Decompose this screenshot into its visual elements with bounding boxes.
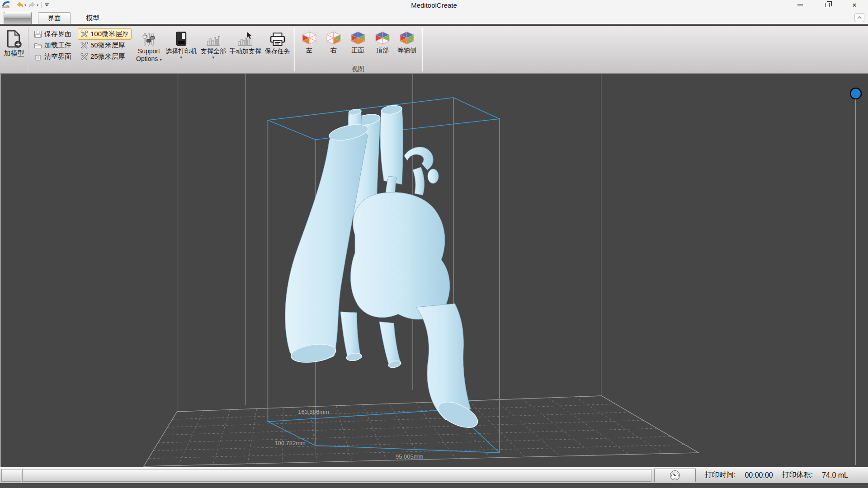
window-title: MeditoolCreate: [411, 1, 457, 9]
tools-icon: [80, 53, 88, 61]
view-right-button[interactable]: 右: [321, 27, 346, 65]
undo-dropdown-caret: ▾: [24, 3, 26, 7]
save-task-button[interactable]: 保存任务: [263, 27, 292, 73]
branch-hook: [404, 147, 433, 170]
load-part-button[interactable]: 加载工件: [31, 40, 74, 51]
minimize-icon: [797, 5, 803, 5]
close-button[interactable]: ✕: [847, 0, 862, 9]
status-readouts: 打印时间: 00:00:00 打印体积: 74.0 mL: [705, 470, 848, 480]
view-left-button[interactable]: 左: [297, 27, 321, 65]
3d-scene[interactable]: 163.386mm 100.782mm 95.005mm: [1, 74, 868, 467]
group-divider: [28, 28, 28, 71]
printer-icon: [269, 28, 286, 47]
dimension-depth-label: 100.782mm: [274, 440, 306, 446]
view-top-button[interactable]: 顶部: [370, 27, 395, 65]
vessel-stump-right: [380, 105, 403, 184]
view-cube-left-icon: [301, 29, 317, 47]
save-task-label: 保存任务: [265, 47, 290, 55]
tab-interface[interactable]: 界面: [38, 12, 71, 24]
branch-down: [413, 167, 424, 195]
undo-button[interactable]: ▾: [16, 2, 26, 8]
view-front-label: 正面: [352, 47, 364, 55]
dropdown-caret: ▾: [160, 57, 162, 62]
progress-bar: [22, 469, 651, 482]
trash-icon: [34, 53, 42, 61]
redo-icon: [28, 2, 36, 8]
save-scene-button[interactable]: 保存界面: [31, 28, 74, 40]
print-time-value: 00:00:00: [745, 471, 773, 479]
qat-separator: [41, 2, 42, 8]
save-scene-label: 保存界面: [44, 30, 71, 38]
print-volume-label: 打印体积:: [782, 470, 813, 480]
view-cube-isometric-icon: [399, 29, 415, 47]
select-printer-label: 选择打印机: [165, 47, 197, 55]
print-time-label: 打印时间:: [705, 470, 736, 480]
customize-qat-button[interactable]: [44, 1, 49, 9]
restore-button[interactable]: [820, 0, 835, 9]
manual-support-label: 手动加支撑: [230, 47, 261, 55]
close-icon: ✕: [852, 2, 857, 9]
layer-25um-button[interactable]: 25微米层厚: [78, 51, 132, 62]
group-divider: [422, 28, 422, 71]
manual-support-button[interactable]: 手动加支撑: [228, 27, 263, 73]
dropdown-caret: ▾: [212, 55, 214, 60]
add-model-button[interactable]: 加模型: [1, 27, 27, 58]
layer-25um-label: 25微米层厚: [90, 52, 125, 61]
quick-access-toolbar: ▾ ▾: [0, 0, 49, 10]
ribbon-tab-row: 界面 模型: [0, 10, 868, 24]
clip-slider-handle[interactable]: [850, 88, 861, 99]
clear-scene-label: 清空界面: [44, 52, 71, 61]
view-front-button[interactable]: 正面: [346, 27, 370, 65]
status-bar: 打印时间: 00:00:00 打印体积: 74.0 mL: [0, 467, 868, 483]
app-logo-icon: [2, 0, 10, 9]
group-divider: [294, 28, 294, 71]
group-layer-thickness: 100微米层厚 50微米层厚: [76, 27, 133, 73]
support-options-button[interactable]: Support Options ▾: [134, 27, 164, 73]
add-model-icon: [6, 29, 22, 49]
views-group-label: 视图: [295, 65, 421, 73]
view-isometric-button[interactable]: 等轴侧: [395, 27, 419, 65]
folder-icon: [34, 42, 42, 50]
branch-nub: [428, 169, 439, 183]
cursor-pillars-icon: [238, 28, 253, 47]
view-left-label: 左: [306, 47, 312, 55]
application-menu-button[interactable]: [4, 12, 32, 24]
window-controls: ✕: [787, 0, 868, 10]
small-tube-arch-bottom: [379, 322, 400, 366]
layer-50um-label: 50微米层厚: [90, 41, 125, 50]
minimize-button[interactable]: [793, 0, 808, 9]
ribbon: 加模型 保存界面 加载工件: [0, 26, 868, 74]
floppy-icon: [34, 30, 42, 38]
layer-100um-button[interactable]: 100微米层厚: [78, 28, 132, 40]
view-cube-front-icon: [350, 29, 366, 47]
select-printer-button[interactable]: 选择打印机 ▾: [164, 27, 199, 73]
clear-scene-button[interactable]: 清空界面: [31, 51, 74, 62]
application-window: ▾ ▾ MeditoolCreate ✕ 界面: [0, 0, 868, 488]
group-support: Support Options ▾ 选择打印机 ▾: [133, 27, 293, 73]
tab-model[interactable]: 模型: [77, 12, 108, 24]
status-left-cell: [1, 469, 21, 482]
gauge-icon: [670, 470, 680, 481]
3d-viewport[interactable]: 163.386mm 100.782mm 95.005mm: [0, 74, 868, 467]
dimension-width-label: 95.005mm: [396, 453, 423, 460]
chevron-up-icon: [856, 14, 863, 21]
gauge-button[interactable]: [654, 469, 696, 482]
view-top-label: 顶部: [376, 47, 389, 55]
pillars-icon: [206, 28, 221, 47]
vascular-model[interactable]: [285, 104, 481, 433]
layer-50um-button[interactable]: 50微米层厚: [78, 40, 132, 51]
collapse-ribbon-button[interactable]: [854, 13, 864, 22]
redo-button[interactable]: ▾: [28, 2, 38, 8]
add-model-label: 加模型: [4, 49, 24, 58]
view-isometric-label: 等轴侧: [397, 47, 416, 55]
small-tube-bottom: [340, 312, 360, 358]
tools-icon: [80, 42, 88, 49]
support-options-label-line2: Options ▾: [136, 55, 162, 63]
support-all-button[interactable]: 支撑全部 ▾: [199, 27, 228, 73]
tools-icon: [80, 30, 88, 38]
dimension-height-label: 163.386mm: [298, 408, 329, 415]
dropdown-caret: ▾: [180, 55, 182, 60]
qat-separator: [13, 2, 13, 8]
support-options-label-line1: Support: [138, 47, 160, 55]
printer-tower-icon: [175, 28, 188, 47]
